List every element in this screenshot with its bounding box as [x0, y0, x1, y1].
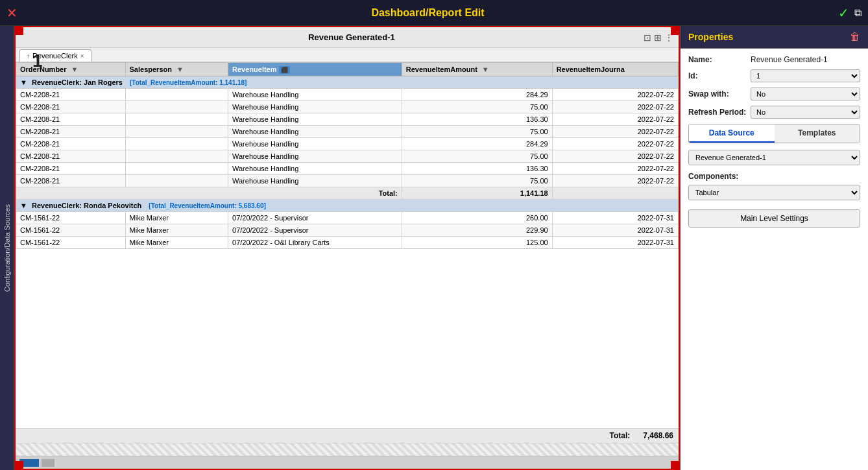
cell-item: 07/20/2022 - Supervisor [228, 224, 402, 237]
app-title: Dashboard/Report Edit [18, 7, 838, 19]
cell-item: Warehouse Handling [228, 163, 402, 175]
bottom-nav [16, 456, 679, 469]
cell-salesperson [125, 89, 228, 101]
components-label: Components: [688, 172, 860, 181]
cell-journal: 2022-07-31 [552, 212, 678, 224]
col-revenue-journal: RevenueItemJourna [552, 63, 678, 76]
components-dropdown[interactable]: Tabular [688, 185, 860, 200]
cell-salesperson [125, 138, 228, 150]
group-row: ▼ RevenueClerk: Jan Rogers [Total_Revenu… [16, 76, 679, 89]
delete-icon[interactable]: 🗑 [850, 31, 860, 43]
bottom-total-label: Total: [610, 431, 631, 440]
widget-header-icons: ⊡ ⊞ ⋮ [644, 32, 673, 43]
tab-data-source[interactable]: Data Source [689, 124, 775, 143]
cell-journal: 2022-07-22 [552, 126, 678, 138]
table-row: CM-2208-21 Warehouse Handling 75.00 2022… [16, 175, 679, 187]
cell-amount: 136.30 [402, 113, 552, 126]
properties-title: Properties [688, 32, 733, 42]
cell-amount: 75.00 [402, 101, 552, 113]
tab-up-icon: ↑ [27, 53, 30, 60]
panel-tabs: Data Source Templates [688, 124, 860, 143]
name-value: Revenue Generated-1 [751, 55, 860, 64]
right-panel: Properties 🗑 Name: Revenue Generated-1 I… [680, 26, 868, 470]
cell-order: CM-2208-21 [16, 113, 126, 126]
data-table: OrderNumber ▼ Salesperson ▼ RevenueItem … [16, 62, 679, 249]
cell-amount: 75.00 [402, 150, 552, 163]
cell-salesperson [125, 163, 228, 175]
cell-salesperson [125, 113, 228, 126]
cell-amount: 136.30 [402, 163, 552, 175]
cell-amount: 125.00 [402, 237, 552, 249]
cell-amount: 260.00 [402, 212, 552, 224]
table-row: CM-2208-21 Warehouse Handling 75.00 2022… [16, 150, 679, 163]
group-formula: [Total_RevenueItemAmount: 5,683.60] [149, 202, 265, 209]
cell-item: Warehouse Handling [228, 138, 402, 150]
widget-title: Revenue Generated-1 [60, 32, 644, 42]
table-row: CM-2208-21 Warehouse Handling 75.00 2022… [16, 101, 679, 113]
corner-tr [671, 27, 679, 35]
main-level-settings-button[interactable]: Main Level Settings [688, 209, 860, 228]
cell-journal: 2022-07-31 [552, 237, 678, 249]
revenue-clerk-tab[interactable]: ↑ RevenueClerk × [19, 49, 91, 62]
filter-salesperson-icon[interactable]: ▼ [176, 65, 184, 73]
cell-amount: 284.29 [402, 89, 552, 101]
nav-indicator2 [42, 459, 54, 467]
data-source-dropdown[interactable]: Revenue Generated-1 [688, 150, 860, 165]
cell-item: Warehouse Handling [228, 101, 402, 113]
cell-amount: 75.00 [402, 126, 552, 138]
cell-journal: 2022-07-22 [552, 175, 678, 187]
right-panel-body: Name: Revenue Generated-1 Id: 1 2 Swap w… [681, 49, 868, 470]
table-row: CM-1561-22 Mike Marxer 07/20/2022 - O&I … [16, 237, 679, 249]
copy-icon[interactable]: ⧉ [854, 7, 862, 19]
cell-salesperson: Mike Marxer [125, 212, 228, 224]
filter-amount-icon[interactable]: ▼ [482, 65, 489, 73]
col-revenue-amount: RevenueItemAmount ▼ [402, 63, 552, 76]
center-content: Revenue Generated-1 ⊡ ⊞ ⋮ 1 ↑ RevenueCle… [14, 26, 680, 470]
tab-close-icon[interactable]: × [80, 53, 84, 60]
cell-amount: 284.29 [402, 138, 552, 150]
cell-item: Warehouse Handling [228, 126, 402, 138]
cell-item: 07/20/2022 - Supervisor [228, 212, 402, 224]
refresh-label: Refresh Period: [688, 108, 747, 117]
table-row: CM-1561-22 Mike Marxer 07/20/2022 - Supe… [16, 212, 679, 224]
swap-select[interactable]: No Yes [751, 88, 860, 100]
cell-order: CM-2208-21 [16, 163, 126, 175]
sidebar-label: Configuration/Data Sources [3, 204, 11, 292]
cell-salesperson: Mike Marxer [125, 237, 228, 249]
confirm-icon[interactable]: ✓ [838, 5, 849, 21]
id-select[interactable]: 1 2 [751, 69, 860, 82]
cell-journal: 2022-07-22 [552, 163, 678, 175]
table-container[interactable]: OrderNumber ▼ Salesperson ▼ RevenueItem … [16, 62, 679, 428]
cell-amount: 75.00 [402, 175, 552, 187]
swap-row: Swap with: No Yes [688, 88, 860, 100]
bottom-total-value: 7,468.66 [643, 431, 673, 440]
maximize-icon[interactable]: ⊞ [654, 32, 662, 43]
minimize-icon[interactable]: ⊡ [644, 32, 651, 43]
name-label: Name: [688, 55, 747, 64]
cell-item: Warehouse Handling [228, 113, 402, 126]
main-layout: Configuration/Data Sources Revenue Gener… [0, 26, 868, 470]
corner-tl [16, 27, 23, 35]
group-toggle[interactable]: ▼ [20, 78, 27, 86]
refresh-select[interactable]: No Yes [751, 106, 860, 119]
cell-salesperson [125, 150, 228, 163]
top-bar: ✕ Dashboard/Report Edit ✓ ⧉ [0, 0, 868, 26]
table-row: CM-2208-21 Warehouse Handling 136.30 202… [16, 113, 679, 126]
corner-br [671, 461, 679, 469]
cell-order: CM-2208-21 [16, 175, 126, 187]
tab-area: ↑ RevenueClerk × [16, 48, 679, 62]
cell-journal: 2022-07-22 [552, 101, 678, 113]
id-row: Id: 1 2 [688, 69, 860, 82]
cell-journal: 2022-07-31 [552, 224, 678, 237]
tab-templates[interactable]: Templates [775, 124, 860, 143]
table-row: CM-2208-21 Warehouse Handling 284.29 202… [16, 138, 679, 150]
close-icon[interactable]: ✕ [6, 5, 18, 21]
cell-journal: 2022-07-22 [552, 113, 678, 126]
cell-amount: 229.90 [402, 224, 552, 237]
group-toggle[interactable]: ▼ [20, 202, 27, 209]
table-row: CM-2208-21 Warehouse Handling 75.00 2022… [16, 126, 679, 138]
cell-order: CM-1561-22 [16, 237, 126, 249]
filter-order-icon[interactable]: ▼ [71, 65, 78, 73]
cell-order: CM-2208-21 [16, 89, 126, 101]
cell-order: CM-2208-21 [16, 101, 126, 113]
